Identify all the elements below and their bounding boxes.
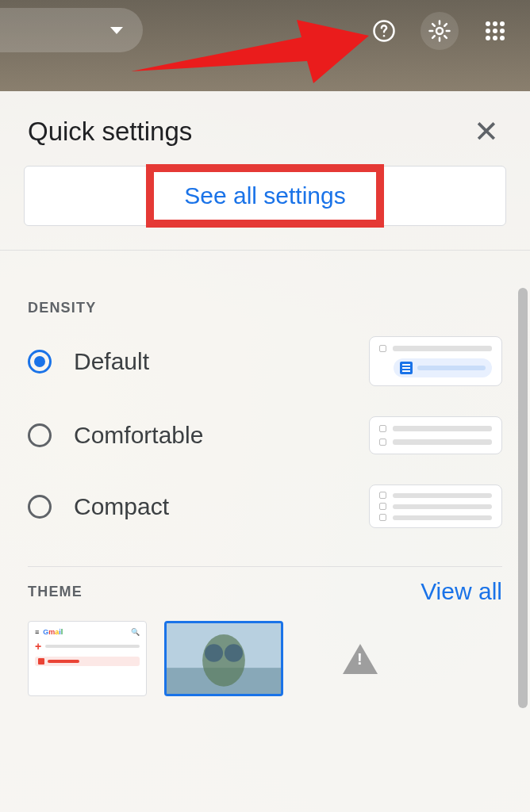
theme-thumbnail-default[interactable]: ≡Gmail🔍 + <box>28 621 147 696</box>
density-options: Default Comfortable Compact <box>28 336 502 528</box>
theme-header: THEME View all <box>28 578 502 605</box>
divider <box>0 250 530 251</box>
radio-unselected-icon <box>28 423 52 447</box>
density-label: Compact <box>74 493 169 520</box>
panel-header: Quick settings ✕ <box>0 113 530 166</box>
density-option-compact[interactable]: Compact <box>28 485 502 528</box>
theme-view-all-button[interactable]: View all <box>421 578 502 605</box>
apps-icon[interactable] <box>476 12 514 50</box>
close-button[interactable]: ✕ <box>470 113 502 150</box>
quick-settings-panel: Quick settings ✕ See all settings DENSIT… <box>0 91 530 812</box>
density-section-label: DENSITY <box>28 300 502 316</box>
theme-section-label: THEME <box>28 584 83 600</box>
svg-point-8 <box>225 644 243 661</box>
radio-selected-icon <box>28 350 52 373</box>
density-preview-default <box>369 336 502 386</box>
density-label: Comfortable <box>74 422 203 449</box>
settings-scroll: DENSITY Default Comfortable <box>0 285 530 812</box>
density-preview-compact <box>369 485 502 528</box>
gear-icon[interactable] <box>421 12 459 50</box>
warning-icon <box>343 644 378 674</box>
density-option-comfortable[interactable]: Comfortable <box>28 416 502 454</box>
help-icon[interactable] <box>365 12 403 50</box>
theme-thumbnails: ≡Gmail🔍 + <box>28 621 502 696</box>
scrollbar[interactable] <box>518 288 528 708</box>
search-collapse[interactable] <box>0 8 143 52</box>
divider <box>28 566 502 567</box>
svg-point-2 <box>436 28 443 34</box>
see-all-container: See all settings <box>0 166 530 226</box>
density-label: Default <box>74 348 149 375</box>
theme-thumbnail-unavailable[interactable] <box>301 621 420 696</box>
panel-title: Quick settings <box>28 117 192 147</box>
density-option-default[interactable]: Default <box>28 336 502 386</box>
radio-unselected-icon <box>28 495 52 519</box>
close-icon: ✕ <box>474 115 499 148</box>
svg-point-1 <box>383 35 386 37</box>
density-preview-comfortable <box>369 416 502 454</box>
theme-thumbnail-selected[interactable] <box>164 621 283 696</box>
see-all-settings-button[interactable]: See all settings <box>24 166 506 226</box>
annotation-highlight <box>146 164 384 228</box>
svg-point-7 <box>205 644 223 661</box>
top-bar <box>0 0 530 91</box>
caret-down-icon <box>110 27 123 34</box>
